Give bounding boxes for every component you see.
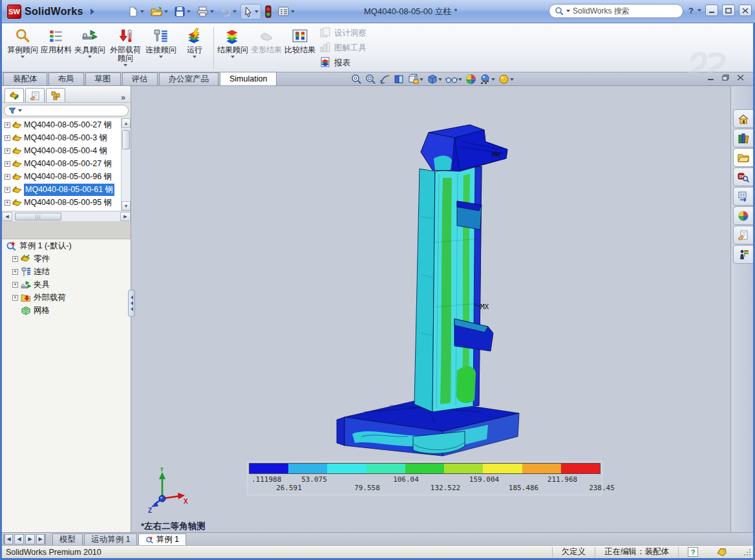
doc-restore-button[interactable] bbox=[722, 74, 729, 81]
dropdown-caret-icon[interactable] bbox=[21, 56, 25, 58]
maximize-button[interactable] bbox=[722, 5, 735, 16]
tab-assembly[interactable]: 装配体 bbox=[3, 72, 47, 85]
scroll-left-icon[interactable]: ◀ bbox=[2, 212, 12, 221]
save-button[interactable] bbox=[172, 5, 193, 19]
section-view-button[interactable] bbox=[394, 74, 405, 85]
dropdown-caret-icon[interactable] bbox=[193, 56, 197, 58]
fixtures-advisor-button[interactable]: 夹具顾问 bbox=[73, 25, 107, 72]
help-button[interactable]: ? bbox=[688, 6, 694, 16]
rebuild-button[interactable] bbox=[263, 4, 273, 19]
scroll-right-icon[interactable]: ▶ bbox=[120, 212, 131, 221]
tree-filter-bar[interactable] bbox=[4, 105, 129, 116]
last-tab-button[interactable]: ▶ bbox=[36, 534, 46, 544]
expand-icon[interactable]: + bbox=[12, 282, 18, 288]
model-tab[interactable]: 模型 bbox=[52, 533, 83, 545]
tab-layout[interactable]: 布局 bbox=[48, 72, 84, 85]
apply-material-button[interactable]: 应用材料 bbox=[39, 25, 73, 72]
appearances-scenes-button[interactable] bbox=[733, 206, 753, 225]
next-tab-button[interactable]: ▶ bbox=[25, 534, 35, 544]
expand-icon[interactable]: + bbox=[5, 187, 10, 193]
minimize-button[interactable] bbox=[705, 5, 718, 16]
view-orientation-button[interactable] bbox=[408, 74, 423, 85]
expand-icon[interactable]: + bbox=[12, 295, 18, 301]
dropdown-caret-icon[interactable] bbox=[438, 78, 442, 81]
panel-expand-chevron-icon[interactable]: » bbox=[121, 93, 125, 102]
expand-icon[interactable]: + bbox=[5, 161, 10, 167]
dropdown-caret-icon[interactable] bbox=[420, 78, 423, 81]
tree-item-selected[interactable]: + MQ4040-08-05-00-61 钢 bbox=[2, 183, 131, 196]
dropdown-caret-icon[interactable] bbox=[458, 78, 462, 81]
search-input[interactable]: SolidWorks 搜索 bbox=[573, 6, 630, 17]
expand-icon[interactable]: + bbox=[5, 200, 10, 206]
scroll-down-icon[interactable]: ▼ bbox=[122, 201, 131, 211]
run-button[interactable]: 运行 bbox=[178, 25, 211, 72]
tab-sketch[interactable]: 草图 bbox=[85, 72, 121, 85]
study-advisor-button[interactable]: 算例顾问 bbox=[6, 25, 39, 72]
doc-close-button[interactable] bbox=[737, 74, 744, 81]
view-palette-button[interactable] bbox=[733, 187, 753, 206]
expand-icon[interactable]: + bbox=[5, 135, 10, 141]
tab-evaluate[interactable]: 评估 bbox=[122, 72, 158, 85]
open-button[interactable] bbox=[148, 5, 170, 19]
custom-properties-button[interactable] bbox=[733, 226, 753, 244]
previous-view-button[interactable] bbox=[379, 74, 390, 85]
study-root[interactable]: 算例 1 (-默认-) bbox=[2, 239, 131, 252]
hide-show-items-button[interactable] bbox=[445, 74, 462, 84]
solidworks-search-button[interactable]: SW bbox=[733, 167, 753, 186]
stress-contour-model[interactable]: MN MX bbox=[325, 113, 545, 488]
select-tool-button[interactable] bbox=[240, 4, 261, 19]
scroll-thumb[interactable] bbox=[122, 130, 130, 149]
solidworks-resources-button[interactable] bbox=[733, 109, 753, 128]
new-document-button[interactable] bbox=[125, 5, 146, 19]
expand-icon[interactable]: + bbox=[5, 174, 10, 180]
tree-vertical-scrollbar[interactable]: ▲ ▼ bbox=[121, 118, 131, 211]
tree-item[interactable]: + MQ4040-08-05-00-27 钢 bbox=[2, 118, 131, 131]
study-item-connections[interactable]: + 连结 bbox=[2, 265, 131, 278]
motion-study-tab[interactable]: 运动算例 1 bbox=[84, 533, 137, 545]
design-library-button[interactable] bbox=[733, 129, 753, 147]
tree-horizontal-scrollbar[interactable]: ◀ ||| ▶ bbox=[2, 211, 131, 221]
report-button[interactable]: 报表 bbox=[319, 56, 370, 70]
menu-expand-arrow-icon[interactable] bbox=[90, 8, 94, 15]
expand-icon[interactable]: + bbox=[5, 122, 10, 128]
edit-appearance-button[interactable] bbox=[465, 74, 476, 85]
print-button[interactable] bbox=[195, 5, 216, 19]
apply-scene-button[interactable] bbox=[480, 74, 495, 85]
tree-item[interactable]: + MQ4040-08-05-00-4 钢 bbox=[2, 144, 131, 157]
tree-item[interactable]: + MQ4040-08-05-00-95 钢 bbox=[2, 196, 131, 209]
search-box[interactable]: SolidWorks 搜索 bbox=[549, 4, 683, 18]
compare-results-button[interactable]: 比较结果 bbox=[283, 25, 317, 72]
quick-tips-button[interactable]: ? bbox=[688, 547, 698, 557]
options-button[interactable] bbox=[275, 5, 297, 18]
undo-button[interactable] bbox=[218, 5, 239, 19]
study-item-parts[interactable]: + 零件 bbox=[2, 252, 131, 265]
display-style-button[interactable] bbox=[427, 74, 442, 85]
study-item-external-loads[interactable]: + 外部载荷 bbox=[2, 291, 131, 304]
expand-icon[interactable]: + bbox=[5, 148, 10, 154]
dropdown-caret-icon[interactable] bbox=[491, 78, 495, 81]
dropdown-caret-icon[interactable] bbox=[88, 56, 92, 58]
connections-advisor-button[interactable]: 连接顾问 bbox=[144, 25, 178, 72]
dropdown-caret-icon[interactable] bbox=[510, 78, 514, 81]
dropdown-caret-icon[interactable] bbox=[159, 56, 163, 58]
tree-item[interactable]: + MQ4040-08-05-00-96 钢 bbox=[2, 170, 131, 183]
configurationmanager-tab[interactable] bbox=[46, 88, 65, 102]
dropdown-caret-icon[interactable] bbox=[123, 64, 127, 67]
featuremanager-tab[interactable] bbox=[5, 88, 24, 102]
external-loads-advisor-button[interactable]: 外部载荷顾问 bbox=[107, 25, 144, 72]
graphics-viewport[interactable]: MN MX bbox=[132, 86, 734, 532]
zoom-to-fit-button[interactable] bbox=[351, 74, 362, 85]
propertymanager-tab[interactable] bbox=[25, 88, 45, 102]
tree-item[interactable]: + MQ4040-08-05-00-27 钢 bbox=[2, 157, 131, 170]
help-dropdown-icon[interactable] bbox=[697, 9, 701, 12]
view-settings-button[interactable] bbox=[498, 74, 514, 85]
first-tab-button[interactable]: ◀ bbox=[3, 534, 13, 544]
study-item-fixtures[interactable]: + 夹具 bbox=[2, 278, 131, 291]
resize-grip-icon[interactable] bbox=[743, 548, 752, 557]
search-scope-dropdown-icon[interactable] bbox=[566, 10, 570, 12]
scroll-thumb[interactable]: ||| bbox=[15, 213, 61, 221]
tree-item[interactable]: + MQ4040-08-05-00-3 钢 bbox=[2, 131, 131, 144]
tab-office-products[interactable]: 办公室产品 bbox=[159, 72, 219, 85]
scroll-up-icon[interactable]: ▲ bbox=[122, 118, 131, 128]
expand-icon[interactable]: + bbox=[12, 256, 18, 262]
